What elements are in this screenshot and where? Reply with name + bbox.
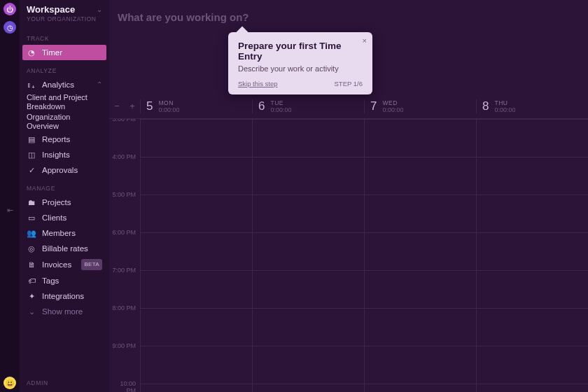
hour-cell[interactable] (141, 232, 252, 270)
hour-cell[interactable] (477, 195, 588, 232)
calendar-header: − + 5 MON 0:00:006 TUE 0:00:007 WED 0:00… (109, 94, 588, 119)
hour-cell[interactable] (477, 346, 588, 384)
day-duration: 0:00:00 (494, 106, 515, 113)
day-column[interactable] (140, 119, 252, 392)
section-track: TRACK (20, 28, 109, 45)
hour-label: 8:00 PM (109, 304, 140, 342)
sidebar-item-approvals[interactable]: ✓ Approvals (20, 162, 109, 178)
sidebar-subitem-overview[interactable]: Organization Overview (20, 112, 109, 132)
sidebar-item-insights[interactable]: ◫ Insights (20, 147, 109, 162)
section-admin: ADMIN (20, 372, 109, 392)
day-header: 5 MON 0:00:00 (140, 99, 252, 113)
hour-cell[interactable] (365, 232, 476, 270)
day-of-week: THU (494, 99, 515, 106)
sidebar-item-members[interactable]: 👥 Members (20, 225, 109, 241)
hour-cell[interactable] (365, 157, 476, 195)
skip-step-link[interactable]: Skip this step (238, 80, 278, 88)
sidebar-item-label: Billable rates (42, 244, 102, 253)
hour-cell[interactable] (365, 346, 476, 384)
sidebar-item-label: Analytics (42, 80, 91, 90)
collapse-sidebar-icon[interactable]: ⇤ (7, 206, 13, 215)
sidebar-item-tags[interactable]: 🏷 Tags (20, 273, 109, 288)
hour-cell[interactable] (253, 384, 364, 392)
sidebar-item-billable[interactable]: ◎ Billable rates (20, 241, 109, 256)
day-of-week: WED (382, 99, 403, 106)
hour-cell[interactable] (477, 270, 588, 308)
hour-cell[interactable] (365, 195, 476, 232)
hour-cell[interactable] (477, 157, 588, 195)
sidebar-item-label: Insights (42, 150, 102, 160)
sidebar-item-label: Approvals (42, 165, 102, 175)
calendar-grid[interactable] (140, 119, 588, 392)
sidebar-item-projects[interactable]: 🖿 Projects (20, 195, 109, 210)
hour-cell[interactable] (477, 119, 588, 157)
tag-icon: 🏷 (27, 276, 36, 286)
workspace-switcher[interactable]: Workspace ⌄ YOUR ORGANIZATION (20, 3, 109, 28)
day-duration: 0:00:00 (382, 106, 403, 113)
sidebar-item-timer[interactable]: ◔ Timer (22, 45, 106, 60)
hour-cell[interactable] (477, 384, 588, 392)
hour-cell[interactable] (253, 346, 364, 384)
sidebar-item-label: Clients (42, 213, 102, 223)
calendar-body: 3:00 PM4:00 PM5:00 PM6:00 PM7:00 PM8:00 … (109, 119, 588, 392)
hour-cell[interactable] (141, 384, 252, 392)
zoom-in-button[interactable]: + (130, 101, 135, 111)
sidebar-item-invoices[interactable]: 🗎 Invoices BETA (20, 256, 109, 273)
sidebar-item-label: Tags (42, 276, 102, 286)
day-column[interactable] (364, 119, 476, 392)
day-number: 8 (482, 99, 489, 113)
onboarding-tooltip: × Prepare your first Time Entry Describe… (228, 32, 372, 94)
zoom-out-button[interactable]: − (114, 101, 120, 111)
hour-cell[interactable] (141, 346, 252, 384)
hour-cell[interactable] (253, 157, 364, 195)
step-indicator: STEP 1/6 (335, 80, 363, 88)
hour-cell[interactable] (365, 119, 476, 157)
day-number: 5 (146, 99, 153, 113)
day-column[interactable] (252, 119, 364, 392)
day-column[interactable] (476, 119, 588, 392)
approvals-icon: ✓ (27, 165, 36, 175)
clock-icon[interactable]: ◷ (4, 21, 16, 34)
sidebar-item-show-more[interactable]: ⌄ Show more (20, 304, 109, 319)
close-icon[interactable]: × (363, 36, 367, 45)
hour-cell[interactable] (365, 384, 476, 392)
time-entry-input[interactable] (118, 11, 580, 23)
hour-cell[interactable] (365, 308, 476, 346)
timer-icon: ◔ (27, 48, 36, 57)
time-entry-bar (109, 0, 588, 34)
hour-cell[interactable] (253, 270, 364, 308)
day-duration: 0:00:00 (270, 106, 291, 113)
zoom-controls: − + (109, 101, 140, 111)
hour-cell[interactable] (141, 119, 252, 157)
sidebar-subitem-breakdown[interactable]: Client and Project Breakdown (20, 92, 109, 112)
hour-cell[interactable] (141, 308, 252, 346)
sidebar-item-label: Reports (42, 134, 102, 144)
chevron-up-icon: ⌃ (97, 80, 102, 90)
hour-cell[interactable] (141, 270, 252, 308)
sidebar-item-reports[interactable]: ▤ Reports (20, 132, 109, 147)
workspace-subtitle: YOUR ORGANIZATION (27, 15, 102, 22)
sidebar-item-clients[interactable]: ▭ Clients (20, 210, 109, 225)
day-duration: 0:00:00 (158, 106, 179, 113)
sidebar-item-analytics[interactable]: ⫾₊ Analytics ⌃ (20, 77, 109, 92)
sidebar-item-integrations[interactable]: ✦ Integrations (20, 288, 109, 304)
hour-label: 3:00 PM (109, 119, 140, 153)
hour-cell[interactable] (477, 308, 588, 346)
day-header: 6 TUE 0:00:00 (252, 99, 364, 113)
hour-cell[interactable] (141, 195, 252, 232)
hour-cell[interactable] (477, 232, 588, 270)
sidebar-item-label: Integrations (42, 291, 102, 301)
insights-icon: ◫ (27, 150, 36, 160)
hour-cell[interactable] (253, 308, 364, 346)
hour-cell[interactable] (365, 270, 476, 308)
hour-cell[interactable] (253, 232, 364, 270)
hour-label: 6:00 PM (109, 229, 140, 267)
power-icon[interactable]: ⏻ (4, 3, 16, 15)
avatar[interactable]: 😃 (4, 377, 16, 389)
hour-cell[interactable] (141, 157, 252, 195)
hour-cell[interactable] (253, 195, 364, 232)
tooltip-body: Describe your work or activity (238, 64, 363, 73)
beta-badge: BETA (81, 259, 102, 270)
hour-cell[interactable] (253, 119, 364, 157)
section-manage: MANAGE (20, 178, 109, 195)
